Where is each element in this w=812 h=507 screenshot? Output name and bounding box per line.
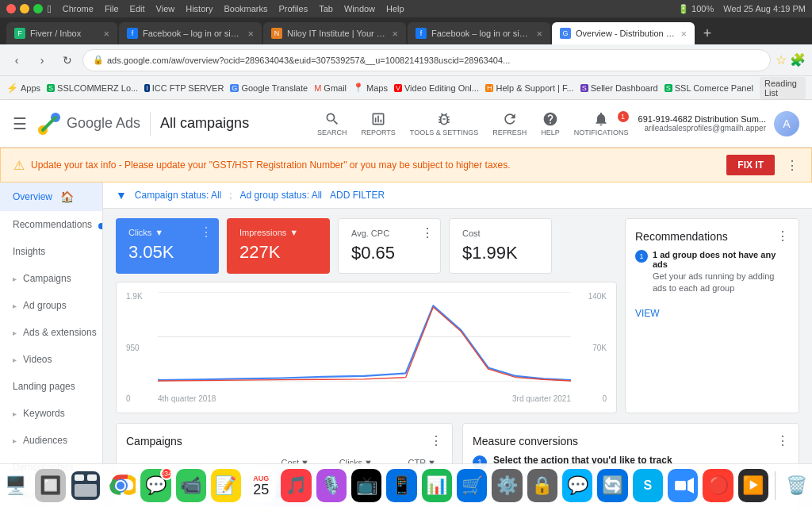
dock-messages[interactable]: 💬 234 <box>140 469 170 502</box>
dock-zoom[interactable] <box>668 469 698 502</box>
dock-system-prefs[interactable]: ⚙️ <box>492 469 522 502</box>
tab-facebook2[interactable]: f Facebook – log in or sign up × <box>408 22 550 44</box>
dock-ios-app[interactable]: 📱 <box>386 469 416 502</box>
bm-icc[interactable]: I ICC FTP SERVER <box>144 83 224 93</box>
sidebar-item-overview[interactable]: Overview 🏠 <box>0 182 102 211</box>
campaign-status-filter[interactable]: Campaign status: All <box>135 190 221 201</box>
dock-music[interactable]: 🎵 <box>281 469 311 502</box>
menu-edit[interactable]: Edit <box>130 4 145 13</box>
dock-numbers[interactable]: 📊 <box>422 469 452 502</box>
bm-video[interactable]: V Video Editing Onl... <box>394 83 479 93</box>
tab-close-ads[interactable]: × <box>680 28 687 40</box>
sidebar-item-adgroups[interactable]: ▸ Ad groups <box>0 292 102 319</box>
tab-close-fb1[interactable]: × <box>247 28 254 40</box>
sidebar-item-audiences[interactable]: ▸ Audiences <box>0 427 102 454</box>
menu-profiles[interactable]: Profiles <box>279 4 308 13</box>
dock-podcasts[interactable]: 🎙️ <box>316 469 347 502</box>
sidebar-item-keywords[interactable]: ▸ Keywords <box>0 400 102 427</box>
minimize-dot[interactable] <box>20 4 29 13</box>
dock-security[interactable]: 🔒 <box>527 469 557 502</box>
menu-help[interactable]: Help <box>386 4 404 13</box>
menu-bookmarks[interactable]: Bookmarks <box>224 4 267 13</box>
dock-terminal[interactable]: ▶️ <box>738 469 768 502</box>
avg-cpc-more-icon[interactable]: ⋮ <box>421 225 434 240</box>
dock-appstore[interactable]: 🛒 <box>457 469 487 502</box>
tab-close-fiverr[interactable]: × <box>103 28 109 40</box>
dock-launchpad[interactable]: 🔲 <box>35 469 65 502</box>
tab-close-niloy[interactable]: × <box>392 28 398 40</box>
bm-maps[interactable]: 📍 Maps <box>353 83 388 93</box>
dock-skype[interactable]: S <box>633 469 663 502</box>
campaigns-more-icon[interactable]: ⋮ <box>430 433 442 448</box>
dock-calendar[interactable]: AUG 25 <box>246 469 276 502</box>
close-dot[interactable] <box>6 4 16 13</box>
impressions-stat-card[interactable]: Impressions ▼ 227K <box>227 218 330 274</box>
adgroup-status-filter[interactable]: Ad group status: All <box>240 190 322 201</box>
dock-facetime[interactable]: 📹 <box>176 469 206 502</box>
search-nav-item[interactable]: SEARCH <box>317 111 347 136</box>
menu-window[interactable]: Window <box>344 4 375 13</box>
back-button[interactable]: ‹ <box>6 50 27 71</box>
sidebar-item-ads[interactable]: ▸ Ads & extensions <box>0 319 102 346</box>
bm-ssl[interactable]: S SSLCOMMERZ Lo... <box>47 83 138 93</box>
tools-nav-item[interactable]: TOOLS & SETTINGS <box>410 111 478 136</box>
star-icon[interactable]: ☆ <box>776 52 787 67</box>
sidebar-item-videos[interactable]: ▸ Videos <box>0 346 102 373</box>
menu-file[interactable]: File <box>105 4 119 13</box>
menu-chrome[interactable]: Chrome <box>63 4 94 13</box>
sidebar-item-recommendations[interactable]: Recommendations <box>0 211 102 238</box>
dock-tv[interactable]: 📺 <box>351 469 381 502</box>
dock-trash[interactable]: 🗑️ <box>782 469 812 502</box>
cost-stat-card[interactable]: Cost $1.99K <box>449 218 552 274</box>
url-input[interactable]: 🔒 ads.google.com/aw/overview?ocid=289634… <box>82 49 771 71</box>
reports-nav-item[interactable]: REPORTS <box>361 111 395 136</box>
clicks-more-icon[interactable]: ⋮ <box>200 225 213 240</box>
sidebar-item-insights[interactable]: Insights <box>0 238 102 265</box>
bm-translate[interactable]: G Google Translate <box>230 83 308 93</box>
tab-facebook1[interactable]: f Facebook – log in or sign up × <box>119 22 262 44</box>
dock-finder[interactable]: 🖥️ <box>0 469 30 502</box>
maximize-dot[interactable] <box>33 4 43 13</box>
forward-button[interactable]: › <box>32 50 52 71</box>
user-avatar[interactable]: A <box>774 111 799 136</box>
bm-ssl-commerce[interactable]: S SSL Comerce Panel <box>665 83 753 93</box>
recommendations-more-icon[interactable]: ⋮ <box>776 229 789 244</box>
dock-skype-like[interactable]: 💬 <box>562 469 592 502</box>
menu-view[interactable]: View <box>156 4 175 13</box>
conversions-more-icon[interactable]: ⋮ <box>776 433 789 448</box>
apple-menu[interactable]:  <box>48 3 52 15</box>
tab-google-ads[interactable]: G Overview - Distribution Summ... × <box>552 22 695 44</box>
dock-notes[interactable]: 📝 <box>211 469 241 502</box>
dock-remote[interactable]: 🔄 <box>597 469 627 502</box>
menu-history[interactable]: History <box>186 4 213 13</box>
bm-seller[interactable]: S Seller Dashboard <box>580 83 658 93</box>
fix-it-button[interactable]: FIX IT <box>726 155 775 175</box>
sidebar-item-campaigns[interactable]: ▸ Campaigns <box>0 265 102 292</box>
add-filter-button[interactable]: ADD FILTER <box>330 190 385 201</box>
extension-icon[interactable]: 🧩 <box>790 52 806 67</box>
avg-cpc-stat-card[interactable]: Avg. CPC $0.65 ⋮ <box>338 218 441 274</box>
new-tab-button[interactable]: + <box>696 22 718 44</box>
sidebar-item-landing[interactable]: Landing pages <box>0 373 102 400</box>
view-link[interactable]: VIEW <box>635 308 660 319</box>
refresh-nav-item[interactable]: REFRESH <box>492 111 527 136</box>
hamburger-menu[interactable]: ☰ <box>13 114 27 133</box>
tab-niloy[interactable]: N Niloy IT Institute | Your better ... × <box>263 22 406 44</box>
bm-gmail[interactable]: M Gmail <box>314 83 347 93</box>
bm-translate-favicon: G <box>230 84 239 92</box>
alert-more-icon[interactable]: ⋮ <box>786 158 799 173</box>
url-text: ads.google.com/aw/overview?ocid=28963404… <box>107 56 510 65</box>
menu-tab[interactable]: Tab <box>319 4 333 13</box>
tab-close-fb2[interactable]: × <box>536 28 542 40</box>
refresh-button[interactable]: ↻ <box>57 50 78 71</box>
help-nav-item[interactable]: HELP <box>541 111 560 136</box>
dock-record[interactable]: 🔴 <box>703 469 733 502</box>
reading-list-button[interactable]: Reading List <box>760 77 806 99</box>
bm-apps[interactable]: ⚡ Apps <box>6 83 40 94</box>
tab-fiverr[interactable]: F Fiverr / Inbox × <box>6 22 117 44</box>
dock-chrome[interactable] <box>105 469 136 502</box>
notifications-nav-item[interactable]: 1 NOTIFICATIONS <box>574 111 629 136</box>
dock-mission-control[interactable] <box>71 469 101 502</box>
clicks-stat-card[interactable]: Clicks ▼ 3.05K ⋮ <box>116 218 219 274</box>
bm-help[interactable]: H Help & Support | F... <box>485 83 574 93</box>
